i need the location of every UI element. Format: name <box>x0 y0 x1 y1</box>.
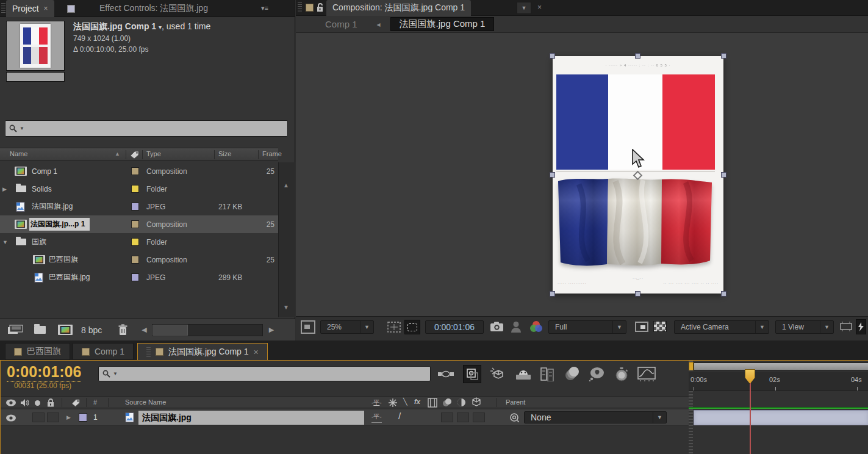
hscroll-right-icon[interactable]: ▶ <box>269 326 274 334</box>
timeline-tab-france-active[interactable]: 法国国旗.jpg Comp 1 × <box>137 343 268 360</box>
time-ruler[interactable]: 0:00s 02s 04s <box>689 372 868 391</box>
motion-blur-switch-icon[interactable] <box>442 398 452 407</box>
quality-switch-icon[interactable]: ╲ <box>403 398 407 406</box>
adjustment-layer-switch-icon[interactable] <box>457 398 466 407</box>
panel-grip[interactable] <box>298 2 302 13</box>
selected-layer-image[interactable]: · ····· > 4 ····· : ·· : ·· 6 5 5 · ····… <box>553 56 723 294</box>
panel-menu-icon[interactable]: ▾≡ <box>261 4 268 12</box>
lock-icon[interactable] <box>317 3 325 12</box>
label-color[interactable] <box>131 167 139 175</box>
lock-icon[interactable] <box>47 398 54 407</box>
selection-handle[interactable] <box>635 291 640 297</box>
new-folder-icon[interactable] <box>34 326 46 334</box>
hscroll-left-icon[interactable]: ◀ <box>142 326 146 334</box>
label-color[interactable] <box>131 185 139 193</box>
graph-editor-icon[interactable] <box>637 367 656 381</box>
parent-pickwhip-icon[interactable] <box>509 413 519 422</box>
timeline-button-icon[interactable] <box>840 321 852 332</box>
comp-viewer[interactable]: · ····· > 4 ····· : ·· : ·· 6 5 5 · ····… <box>296 33 868 316</box>
selection-handle[interactable] <box>721 172 726 178</box>
project-row-france-jpg[interactable]: 法国国旗.jpg JPEG 217 KB <box>0 198 278 215</box>
timeline-search-input[interactable]: ▼ <box>98 366 431 381</box>
label-column-icon[interactable] <box>71 398 81 407</box>
layer-switch-empty[interactable] <box>441 413 453 422</box>
footage-thumbnail[interactable] <box>6 21 65 71</box>
selection-handle[interactable] <box>721 53 726 59</box>
panel-grip[interactable] <box>146 347 151 357</box>
tab-effect-controls[interactable]: Effect Controls: 法国国旗.jpg <box>61 0 214 17</box>
snapshot-camera-icon[interactable] <box>490 322 504 332</box>
mini-flowchart-icon[interactable] <box>437 369 454 379</box>
frame-blend-switch-icon[interactable] <box>428 398 437 408</box>
layer-switch-empty[interactable] <box>457 413 469 422</box>
frame-blending-icon[interactable] <box>540 367 556 381</box>
shy-layers-icon[interactable] <box>515 367 531 381</box>
col-parent[interactable]: Parent <box>506 398 525 406</box>
layer-shy-switch[interactable]: -平- <box>371 413 382 423</box>
twirl-collapsed-icon[interactable]: ▶ <box>2 186 7 192</box>
bit-depth-button[interactable]: 8 bpc <box>81 325 102 335</box>
twirl-expanded-icon[interactable]: ▼ <box>2 239 8 245</box>
timeline-tab-comp1[interactable]: Comp 1 <box>73 343 134 360</box>
work-area-bar[interactable] <box>694 362 868 370</box>
col-type[interactable]: Type <box>146 150 161 157</box>
eye-icon[interactable] <box>5 414 16 422</box>
project-row-france-comp-selected[interactable]: 法国国旗.jp...p 1 Composition 25 <box>0 215 278 233</box>
selection-handle[interactable] <box>550 291 555 297</box>
solo-icon[interactable] <box>35 400 40 406</box>
transparency-grid-icon[interactable] <box>653 321 667 332</box>
show-snapshot-icon[interactable] <box>511 321 522 333</box>
project-search-input[interactable]: ▼ <box>5 120 288 137</box>
layer-duration-bar[interactable] <box>694 410 868 425</box>
trash-icon[interactable] <box>118 324 128 336</box>
selection-handle[interactable] <box>550 53 555 59</box>
region-icon[interactable] <box>635 322 648 332</box>
view-layout-dropdown[interactable]: Active Camera ▼ <box>674 320 769 334</box>
scroll-up-icon[interactable]: ▲ <box>283 182 289 189</box>
viewer-lock-icon[interactable] <box>301 320 315 334</box>
timeline-tab-brazil[interactable]: 巴西国旗 <box>5 343 70 360</box>
project-row-brazil-jpg[interactable]: 巴西国旗.jpg JPEG 289 KB <box>0 268 278 286</box>
eye-icon[interactable] <box>5 399 16 406</box>
audio-icon[interactable] <box>20 398 29 407</box>
magnification-dropdown[interactable]: 25% ▼ <box>320 320 374 334</box>
tab-close-icon[interactable]: × <box>537 3 542 12</box>
tab-composition[interactable]: Composition: 法国国旗.jpg Comp 1 <box>326 0 471 16</box>
label-color[interactable] <box>131 238 139 246</box>
scrollbar-thumb[interactable] <box>152 325 188 336</box>
3d-layer-switch-icon[interactable] <box>472 397 481 407</box>
label-color[interactable] <box>131 273 139 281</box>
label-color[interactable] <box>131 220 139 228</box>
draft-3d-button-active[interactable] <box>463 365 481 383</box>
tab-dropdown-icon[interactable]: ▼ <box>517 2 531 14</box>
auto-keyframe-stopwatch-icon[interactable] <box>614 366 629 382</box>
layer-row-1[interactable]: ▶ 1 法国国旗.jpg -平- / None ▼ <box>1 409 689 426</box>
new-composition-icon[interactable] <box>58 325 73 335</box>
project-row-brazil-comp[interactable]: 巴西国旗 Composition 25 <box>0 251 278 268</box>
sort-arrow-icon[interactable]: ▲ <box>115 151 120 157</box>
shy-switch-icon[interactable]: -平- <box>371 398 382 407</box>
layer-quality-switch[interactable]: / <box>398 411 401 421</box>
selection-handle[interactable] <box>550 172 555 178</box>
twirl-collapsed-icon[interactable]: ▶ <box>66 414 71 420</box>
col-size[interactable]: Size <box>218 150 231 157</box>
selection-handle[interactable] <box>721 291 726 297</box>
lock-toggle-empty[interactable] <box>47 413 59 422</box>
effects-switch-icon[interactable]: fx <box>414 398 420 405</box>
project-horizontal-scrollbar[interactable] <box>152 324 263 336</box>
search-caret-icon[interactable]: ▼ <box>113 371 118 377</box>
audio-toggle-empty[interactable] <box>32 413 45 422</box>
panel-grip[interactable] <box>1 3 5 14</box>
project-vertical-scrollbar[interactable]: ▲ ▼ <box>278 162 295 317</box>
col-source-name[interactable]: Source Name <box>125 398 166 406</box>
project-row-solids[interactable]: ▶ Solids Folder <box>0 180 278 198</box>
tab-close-icon[interactable]: × <box>254 347 259 357</box>
motion-blur-icon[interactable] <box>564 367 580 381</box>
interpret-footage-icon[interactable] <box>7 325 23 336</box>
region-of-interest-button[interactable] <box>404 320 420 334</box>
layer-switch-empty[interactable] <box>473 413 485 422</box>
layer-name-cell-selected[interactable]: 法国国旗.jpg <box>138 411 364 425</box>
fast-preview-button[interactable] <box>856 319 866 334</box>
comp-timecode-button[interactable]: 0:00:01:06 <box>425 320 484 334</box>
label-color[interactable] <box>131 256 139 264</box>
